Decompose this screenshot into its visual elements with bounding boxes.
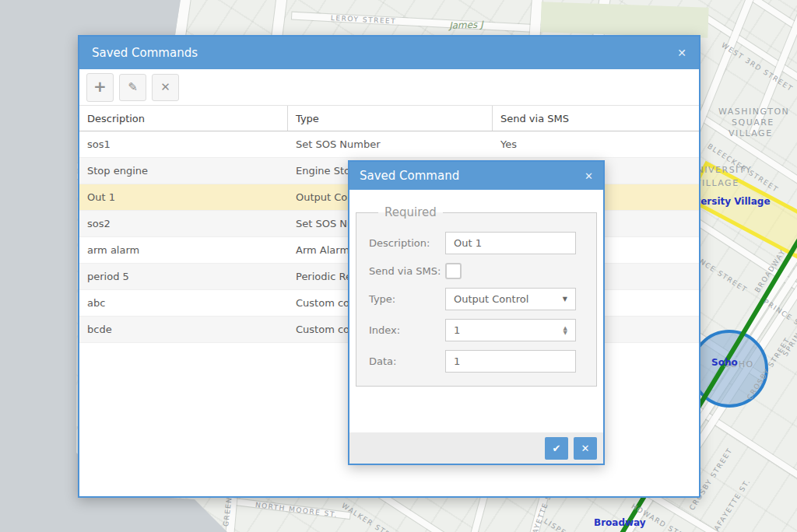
data-label: Data: [369, 355, 445, 367]
column-header-description[interactable]: Description [79, 106, 288, 131]
plus-icon: + [93, 77, 107, 96]
description-input[interactable] [445, 232, 576, 254]
cell-description: Out 1 [79, 191, 288, 203]
chevron-down-icon: ▼ [563, 296, 567, 303]
cell-description: sos1 [79, 138, 288, 150]
type-field-row: Type: Output Control ▼ [369, 288, 584, 310]
required-fieldset: Required Description: Send via SMS: Type… [356, 205, 597, 387]
close-icon[interactable]: ✕ [585, 170, 593, 182]
saved-commands-titlebar[interactable]: Saved Commands ✕ [79, 37, 699, 69]
type-label: Type: [369, 293, 445, 305]
table-row[interactable]: sos1 Set SOS Number Yes [79, 131, 699, 158]
cell-description: abc [79, 297, 288, 309]
spinner-arrows[interactable]: ▲ ▼ [564, 326, 567, 335]
column-header-type[interactable]: Type [288, 106, 493, 131]
saved-command-titlebar[interactable]: Saved Command ✕ [349, 162, 603, 190]
commands-toolbar: + ✎ ✕ [79, 69, 699, 105]
saved-command-footer: ✔ ✕ [349, 432, 603, 464]
map-label: SQUARE [732, 117, 774, 128]
pencil-icon: ✎ [128, 80, 138, 94]
index-field-row: Index: 1 ▲ ▼ [369, 319, 584, 341]
cancel-button[interactable]: ✕ [574, 437, 597, 460]
type-select-value: Output Control [454, 293, 528, 305]
check-icon: ✔ [553, 443, 561, 454]
cell-description: Stop engine [79, 165, 288, 177]
ok-button[interactable]: ✔ [545, 437, 568, 460]
cell-description: arm alarm [79, 244, 288, 256]
cell-description: period 5 [79, 271, 288, 282]
add-command-button[interactable]: + [86, 73, 114, 102]
map-label: WASHINGTON [718, 107, 789, 117]
delete-icon: ✕ [160, 80, 170, 94]
required-legend: Required [378, 205, 443, 219]
map-label: VILLAGE [729, 128, 773, 138]
spinner-down-icon[interactable]: ▼ [564, 331, 567, 335]
index-label: Index: [369, 324, 445, 336]
edit-command-button[interactable]: ✎ [119, 74, 146, 101]
data-field-row: Data: [369, 350, 584, 373]
sms-field-row: Send via SMS: [369, 263, 584, 279]
index-value: 1 [454, 324, 460, 336]
cell-description: bcde [79, 324, 288, 335]
app-viewport: LEROY STREETJames JWEST 3RD STREETWASHIN… [0, 0, 797, 532]
column-header-sms[interactable]: Send via SMS [493, 106, 699, 131]
sms-label: Send via SMS: [369, 265, 445, 277]
index-stepper[interactable]: 1 ▲ ▼ [445, 319, 576, 341]
park-area [540, 2, 708, 37]
description-label: Description: [369, 237, 445, 249]
saved-command-body: Required Description: Send via SMS: Type… [349, 190, 603, 432]
cell-sms: Yes [493, 138, 699, 150]
cell-type: Set SOS Number [288, 138, 493, 150]
data-input[interactable] [445, 350, 576, 373]
send-via-sms-checkbox[interactable] [445, 263, 462, 279]
delete-command-button[interactable]: ✕ [152, 74, 179, 101]
saved-command-title: Saved Command [360, 169, 459, 183]
map-label: James J [449, 19, 483, 31]
table-header: Description Type Send via SMS [79, 105, 699, 131]
map-label: Soho [711, 357, 738, 368]
cell-description: sos2 [79, 218, 288, 229]
description-field-row: Description: [369, 232, 584, 254]
saved-command-dialog: Saved Command ✕ Required Description: Se… [348, 160, 605, 465]
close-icon: ✕ [581, 443, 590, 454]
close-icon[interactable]: ✕ [677, 47, 686, 59]
saved-commands-title: Saved Commands [92, 46, 198, 60]
map-label: Broadway [594, 517, 646, 528]
map-label: VILLAGE [695, 178, 739, 188]
type-select[interactable]: Output Control ▼ [445, 288, 576, 310]
